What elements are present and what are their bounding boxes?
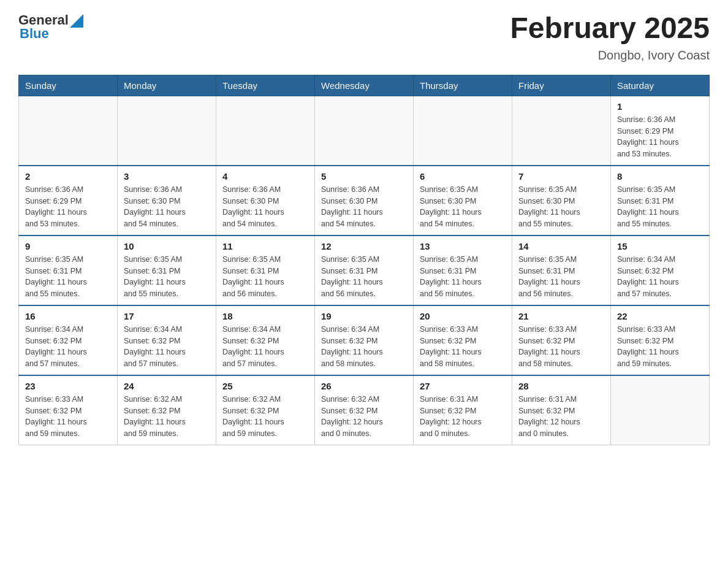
day-number: 17	[124, 311, 210, 321]
calendar-cell: 21Sunrise: 6:33 AM Sunset: 6:32 PM Dayli…	[512, 305, 611, 375]
calendar-cell: 7Sunrise: 6:35 AM Sunset: 6:30 PM Daylig…	[512, 166, 611, 236]
day-info: Sunrise: 6:31 AM Sunset: 6:32 PM Dayligh…	[420, 394, 506, 440]
calendar-header-row: SundayMondayTuesdayWednesdayThursdayFrid…	[19, 75, 710, 96]
day-info: Sunrise: 6:33 AM Sunset: 6:32 PM Dayligh…	[25, 394, 111, 440]
calendar-week-row: 16Sunrise: 6:34 AM Sunset: 6:32 PM Dayli…	[19, 305, 710, 375]
day-info: Sunrise: 6:35 AM Sunset: 6:31 PM Dayligh…	[617, 184, 703, 230]
logo-blue-text: Blue	[20, 26, 49, 42]
calendar-week-row: 1Sunrise: 6:36 AM Sunset: 6:29 PM Daylig…	[19, 96, 710, 166]
calendar-cell: 28Sunrise: 6:31 AM Sunset: 6:32 PM Dayli…	[512, 375, 611, 445]
calendar-week-row: 9Sunrise: 6:35 AM Sunset: 6:31 PM Daylig…	[19, 236, 710, 305]
calendar-cell: 16Sunrise: 6:34 AM Sunset: 6:32 PM Dayli…	[19, 305, 118, 375]
day-number: 12	[321, 241, 407, 251]
day-number: 24	[124, 381, 210, 391]
day-info: Sunrise: 6:31 AM Sunset: 6:32 PM Dayligh…	[518, 394, 604, 440]
day-number: 2	[25, 171, 111, 182]
day-number: 6	[420, 171, 506, 182]
calendar-cell: 8Sunrise: 6:35 AM Sunset: 6:31 PM Daylig…	[611, 166, 710, 236]
calendar-cell: 15Sunrise: 6:34 AM Sunset: 6:32 PM Dayli…	[611, 236, 710, 305]
day-number: 5	[321, 171, 407, 182]
day-number: 10	[124, 241, 210, 251]
calendar-cell	[19, 96, 118, 166]
day-header-saturday: Saturday	[611, 75, 710, 96]
calendar-cell: 5Sunrise: 6:36 AM Sunset: 6:30 PM Daylig…	[315, 166, 414, 236]
calendar-cell: 3Sunrise: 6:36 AM Sunset: 6:30 PM Daylig…	[118, 166, 216, 236]
calendar-cell: 20Sunrise: 6:33 AM Sunset: 6:32 PM Dayli…	[414, 305, 512, 375]
calendar-cell: 11Sunrise: 6:35 AM Sunset: 6:31 PM Dayli…	[216, 236, 315, 305]
day-info: Sunrise: 6:36 AM Sunset: 6:30 PM Dayligh…	[222, 184, 308, 230]
calendar-cell	[118, 96, 216, 166]
day-number: 15	[617, 241, 703, 251]
day-info: Sunrise: 6:36 AM Sunset: 6:29 PM Dayligh…	[25, 184, 111, 230]
day-number: 8	[617, 171, 703, 182]
calendar-week-row: 23Sunrise: 6:33 AM Sunset: 6:32 PM Dayli…	[19, 375, 710, 445]
day-header-friday: Friday	[512, 75, 611, 96]
day-info: Sunrise: 6:34 AM Sunset: 6:32 PM Dayligh…	[222, 324, 308, 370]
calendar-cell: 24Sunrise: 6:32 AM Sunset: 6:32 PM Dayli…	[118, 375, 216, 445]
calendar-cell	[512, 96, 611, 166]
day-number: 7	[518, 171, 604, 182]
calendar-cell	[315, 96, 414, 166]
calendar-cell: 6Sunrise: 6:35 AM Sunset: 6:30 PM Daylig…	[414, 166, 512, 236]
day-number: 23	[25, 381, 111, 391]
day-number: 27	[420, 381, 506, 391]
calendar-cell: 27Sunrise: 6:31 AM Sunset: 6:32 PM Dayli…	[414, 375, 512, 445]
day-number: 11	[222, 241, 308, 251]
day-info: Sunrise: 6:33 AM Sunset: 6:32 PM Dayligh…	[420, 324, 506, 370]
calendar-cell: 9Sunrise: 6:35 AM Sunset: 6:31 PM Daylig…	[19, 236, 118, 305]
day-number: 1	[617, 101, 703, 112]
calendar-cell: 23Sunrise: 6:33 AM Sunset: 6:32 PM Dayli…	[19, 375, 118, 445]
calendar-cell	[216, 96, 315, 166]
day-number: 19	[321, 311, 407, 321]
day-info: Sunrise: 6:34 AM Sunset: 6:32 PM Dayligh…	[124, 324, 210, 370]
page-header: General Blue February 2025 Dongbo, Ivory…	[18, 12, 710, 63]
day-info: Sunrise: 6:36 AM Sunset: 6:30 PM Dayligh…	[321, 184, 407, 230]
calendar-cell: 18Sunrise: 6:34 AM Sunset: 6:32 PM Dayli…	[216, 305, 315, 375]
day-info: Sunrise: 6:35 AM Sunset: 6:30 PM Dayligh…	[420, 184, 506, 230]
day-number: 21	[518, 311, 604, 321]
svg-marker-0	[70, 14, 83, 28]
day-info: Sunrise: 6:35 AM Sunset: 6:31 PM Dayligh…	[321, 254, 407, 300]
calendar-cell	[414, 96, 512, 166]
calendar-week-row: 2Sunrise: 6:36 AM Sunset: 6:29 PM Daylig…	[19, 166, 710, 236]
calendar-cell: 2Sunrise: 6:36 AM Sunset: 6:29 PM Daylig…	[19, 166, 118, 236]
day-number: 26	[321, 381, 407, 391]
calendar-cell: 1Sunrise: 6:36 AM Sunset: 6:29 PM Daylig…	[611, 96, 710, 166]
day-number: 18	[222, 311, 308, 321]
day-number: 20	[420, 311, 506, 321]
day-number: 3	[124, 171, 210, 182]
day-info: Sunrise: 6:34 AM Sunset: 6:32 PM Dayligh…	[617, 254, 703, 300]
day-number: 28	[518, 381, 604, 391]
title-section: February 2025 Dongbo, Ivory Coast	[510, 12, 710, 63]
day-header-sunday: Sunday	[19, 75, 118, 96]
calendar-cell: 12Sunrise: 6:35 AM Sunset: 6:31 PM Dayli…	[315, 236, 414, 305]
day-header-wednesday: Wednesday	[315, 75, 414, 96]
calendar-cell	[611, 375, 710, 445]
calendar-title: February 2025	[510, 12, 710, 45]
calendar-cell: 17Sunrise: 6:34 AM Sunset: 6:32 PM Dayli…	[118, 305, 216, 375]
logo-triangle-icon	[70, 14, 83, 28]
day-info: Sunrise: 6:36 AM Sunset: 6:29 PM Dayligh…	[617, 114, 703, 160]
calendar-cell: 14Sunrise: 6:35 AM Sunset: 6:31 PM Dayli…	[512, 236, 611, 305]
day-info: Sunrise: 6:35 AM Sunset: 6:31 PM Dayligh…	[518, 254, 604, 300]
day-info: Sunrise: 6:33 AM Sunset: 6:32 PM Dayligh…	[518, 324, 604, 370]
day-info: Sunrise: 6:35 AM Sunset: 6:31 PM Dayligh…	[420, 254, 506, 300]
day-info: Sunrise: 6:32 AM Sunset: 6:32 PM Dayligh…	[321, 394, 407, 440]
day-number: 13	[420, 241, 506, 251]
day-header-tuesday: Tuesday	[216, 75, 315, 96]
day-info: Sunrise: 6:34 AM Sunset: 6:32 PM Dayligh…	[25, 324, 111, 370]
day-info: Sunrise: 6:33 AM Sunset: 6:32 PM Dayligh…	[617, 324, 703, 370]
day-number: 25	[222, 381, 308, 391]
day-info: Sunrise: 6:32 AM Sunset: 6:32 PM Dayligh…	[124, 394, 210, 440]
calendar-cell: 4Sunrise: 6:36 AM Sunset: 6:30 PM Daylig…	[216, 166, 315, 236]
day-info: Sunrise: 6:36 AM Sunset: 6:30 PM Dayligh…	[124, 184, 210, 230]
calendar-cell: 25Sunrise: 6:32 AM Sunset: 6:32 PM Dayli…	[216, 375, 315, 445]
day-number: 16	[25, 311, 111, 321]
day-header-monday: Monday	[118, 75, 216, 96]
calendar-cell: 26Sunrise: 6:32 AM Sunset: 6:32 PM Dayli…	[315, 375, 414, 445]
day-info: Sunrise: 6:35 AM Sunset: 6:31 PM Dayligh…	[222, 254, 308, 300]
calendar-cell: 22Sunrise: 6:33 AM Sunset: 6:32 PM Dayli…	[611, 305, 710, 375]
day-number: 4	[222, 171, 308, 182]
logo: General Blue	[18, 12, 83, 42]
day-info: Sunrise: 6:32 AM Sunset: 6:32 PM Dayligh…	[222, 394, 308, 440]
